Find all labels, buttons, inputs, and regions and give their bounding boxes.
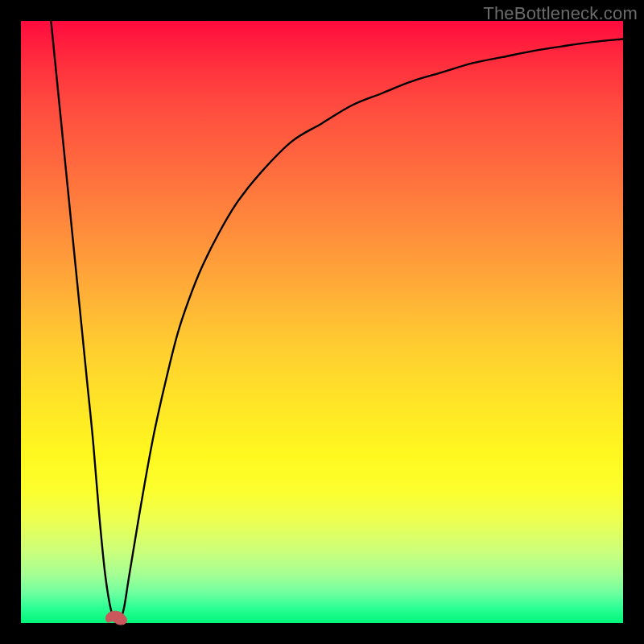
curve-svg	[21, 21, 623, 623]
curve-path	[51, 21, 623, 623]
plot-area	[21, 21, 623, 623]
chart-stage: TheBottleneck.com	[0, 0, 644, 644]
